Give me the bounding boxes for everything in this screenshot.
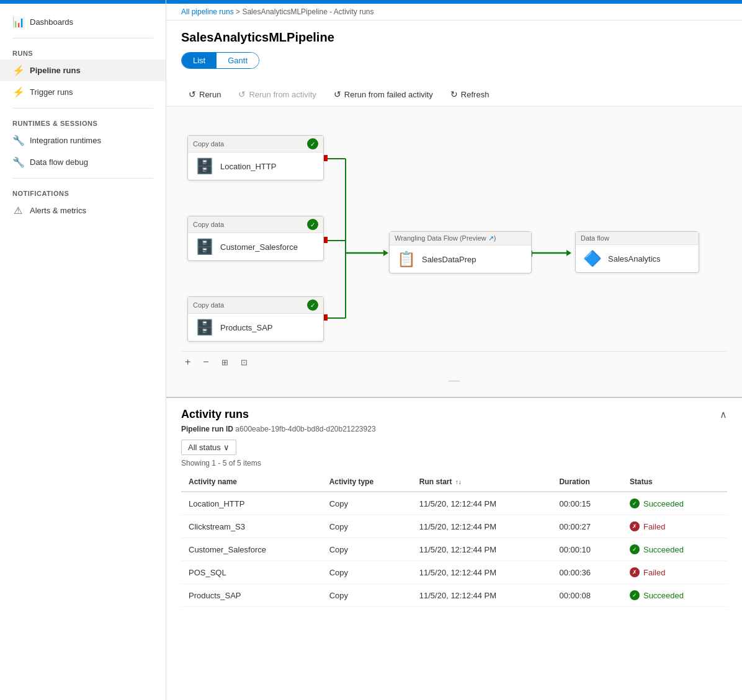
table-row[interactable]: POS_SQL Copy 11/5/20, 12:12:44 PM 00:00:… [181, 561, 727, 584]
gantt-toggle-btn[interactable]: Gantt [217, 53, 259, 68]
page-title: SalesAnalyticsMLPipeline [181, 30, 727, 45]
node-sales-data-prep-icon: 📋 [397, 250, 416, 268]
sidebar-item-dashboards[interactable]: 📊 Dashboards [0, 11, 166, 33]
status-badge: ✗Failed [630, 521, 720, 531]
node-products-sap-icon: 🗄️ [195, 319, 214, 336]
rerun-from-failed-icon: ↺ [334, 89, 341, 99]
table-row[interactable]: Customer_Salesforce Copy 11/5/20, 12:12:… [181, 538, 727, 561]
table-row[interactable]: Products_SAP Copy 11/5/20, 12:12:44 PM 0… [181, 584, 727, 607]
cell-status: ✓Succeeded [622, 584, 727, 607]
node-customer-salesforce-type: Copy data [193, 221, 224, 228]
drag-handle: — [181, 374, 727, 387]
node-customer-salesforce[interactable]: Copy data ✓ 🗄️ Customer_Salesforce [187, 216, 324, 261]
node-location-http-body: 🗄️ Location_HTTP [188, 153, 323, 180]
sidebar-item-alerts-metrics[interactable]: ⚠ Alerts & metrics [0, 200, 166, 221]
filter-row: All status ∨ [181, 440, 727, 455]
breadcrumb: All pipeline runs > SalesAnalyticsMLPipe… [166, 4, 742, 20]
node-sales-data-prep-label: SalesDataPrep [422, 255, 476, 264]
cell-run-start: 11/5/20, 12:12:44 PM [412, 492, 552, 515]
node-location-http[interactable]: Copy data ✓ 🗄️ Location_HTTP [187, 135, 324, 180]
view-toggle-group: List Gantt [181, 52, 259, 69]
node-customer-salesforce-header: Copy data ✓ [188, 216, 323, 233]
col-activity-type: Activity type [322, 472, 412, 492]
table-header-row: Activity name Activity type Run start ↑↓… [181, 472, 727, 492]
rerun-button[interactable]: ↺ Rerun [181, 86, 228, 102]
sidebar-item-trigger-runs[interactable]: ⚡ Trigger runs [0, 81, 166, 103]
node-sales-data-prep[interactable]: Wrangling Data Flow (Preview ↗) 📋 SalesD… [389, 231, 532, 273]
rerun-from-activity-icon: ↺ [238, 89, 246, 99]
node-products-sap-success: ✓ [307, 299, 318, 311]
cell-activity-name: Location_HTTP [181, 492, 322, 515]
trigger-runs-icon: ⚡ [12, 86, 24, 98]
success-icon: ✓ [630, 544, 640, 554]
success-icon: ✓ [630, 498, 640, 508]
cell-activity-type: Copy [322, 561, 412, 584]
node-products-sap-body: 🗄️ Products_SAP [188, 314, 323, 341]
run-id-label: Pipeline run ID [181, 425, 235, 433]
success-icon: ✓ [630, 590, 640, 600]
activity-runs-section: Activity runs ∧ Pipeline run ID a600eabe… [166, 398, 742, 617]
sidebar-item-pipeline-runs[interactable]: ⚡ Pipeline runs [0, 60, 166, 81]
cell-run-start: 11/5/20, 12:12:44 PM [412, 515, 552, 538]
filter-label: All status [188, 443, 221, 452]
sidebar-item-alerts-metrics-label: Alerts & metrics [30, 206, 86, 215]
failed-icon: ✗ [630, 567, 640, 577]
list-toggle-btn[interactable]: List [182, 53, 217, 68]
col-status: Status [622, 472, 727, 492]
sidebar-item-integration-runtimes-label: Integration runtimes [30, 136, 101, 145]
sidebar-section-notifications: Notifications [0, 184, 166, 200]
node-sales-analytics-icon: 🔷 [583, 250, 602, 267]
cell-activity-type: Copy [322, 492, 412, 515]
node-customer-salesforce-success: ✓ [307, 219, 318, 230]
sidebar-item-data-flow-debug[interactable]: 🔧 Data flow debug [0, 151, 166, 173]
cell-duration: 00:00:08 [552, 584, 622, 607]
content-area: SalesAnalyticsMLPipeline List Gantt ↺ Re… [166, 20, 742, 700]
node-sales-analytics-body: 🔷 SalesAnalytics [576, 245, 699, 272]
node-customer-salesforce-label: Customer_Salesforce [220, 242, 298, 252]
sidebar-divider-1 [12, 38, 153, 38]
node-location-http-success: ✓ [307, 138, 318, 149]
node-sales-analytics[interactable]: Data flow 🔷 SalesAnalytics [575, 231, 699, 273]
rerun-from-activity-button[interactable]: ↺ Rerun from activity [231, 86, 323, 102]
alerts-metrics-icon: ⚠ [12, 205, 24, 216]
zoom-fit-button[interactable]: ⊞ [218, 357, 232, 368]
zoom-in-button[interactable]: + [181, 355, 194, 369]
cell-run-start: 11/5/20, 12:12:44 PM [412, 538, 552, 561]
integration-runtimes-icon: 🔧 [12, 135, 24, 146]
sidebar-section-runtimes: Runtimes & sessions [0, 113, 166, 130]
node-sales-analytics-type: Data flow [581, 234, 609, 242]
sidebar-item-integration-runtimes[interactable]: 🔧 Integration runtimes [0, 130, 166, 151]
pipeline-canvas: Copy data ✓ 🗄️ Location_HTTP Copy data ✓ [181, 117, 727, 346]
zoom-fullscreen-button[interactable]: ⊡ [237, 357, 251, 368]
breadcrumb-current: SalesAnalyticsMLPipeline - Activity runs [242, 7, 373, 16]
status-filter-dropdown[interactable]: All status ∨ [181, 440, 236, 455]
sidebar: 📊 Dashboards Runs ⚡ Pipeline runs ⚡ Trig… [0, 0, 166, 700]
node-sales-data-prep-body: 📋 SalesDataPrep [390, 246, 531, 273]
rerun-from-failed-button[interactable]: ↺ Rerun from failed activity [326, 86, 440, 102]
status-badge: ✓Succeeded [630, 498, 720, 508]
node-products-sap[interactable]: Copy data ✓ 🗄️ Products_SAP [187, 296, 324, 342]
node-location-http-type: Copy data [193, 140, 224, 148]
sidebar-item-trigger-runs-label: Trigger runs [30, 87, 73, 97]
zoom-out-button[interactable]: − [199, 355, 212, 369]
table-row[interactable]: Location_HTTP Copy 11/5/20, 12:12:44 PM … [181, 492, 727, 515]
node-products-sap-type: Copy data [193, 301, 224, 309]
data-flow-debug-icon: 🔧 [12, 156, 24, 168]
col-run-start[interactable]: Run start ↑↓ [412, 472, 552, 492]
breadcrumb-parent-link[interactable]: All pipeline runs [181, 7, 234, 16]
status-badge: ✗Failed [630, 567, 720, 577]
rerun-from-failed-label: Rerun from failed activity [344, 90, 433, 99]
col-duration: Duration [552, 472, 622, 492]
collapse-button[interactable]: ∧ [720, 409, 727, 420]
refresh-button[interactable]: ↻ Refresh [443, 86, 497, 102]
status-badge: ✓Succeeded [630, 544, 720, 554]
node-products-sap-label: Products_SAP [220, 323, 273, 332]
sidebar-inner: 📊 Dashboards Runs ⚡ Pipeline runs ⚡ Trig… [0, 4, 166, 229]
pipeline-canvas-area: Copy data ✓ 🗄️ Location_HTTP Copy data ✓ [166, 107, 742, 398]
refresh-icon: ↻ [450, 89, 458, 99]
section-header: Activity runs ∧ [181, 408, 727, 421]
runs-table-body: Location_HTTP Copy 11/5/20, 12:12:44 PM … [181, 492, 727, 607]
table-row[interactable]: Clickstream_S3 Copy 11/5/20, 12:12:44 PM… [181, 515, 727, 538]
section-title: Activity runs [181, 408, 249, 421]
sidebar-divider-3 [12, 178, 153, 179]
